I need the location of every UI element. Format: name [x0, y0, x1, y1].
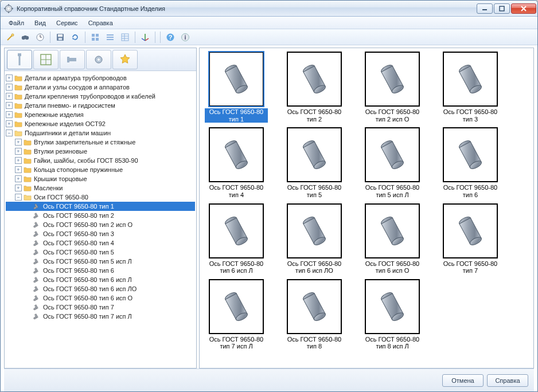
- expand-icon[interactable]: [24, 249, 31, 256]
- thumbnail-item[interactable]: Ось ГОСТ 9650-80 тип 8: [282, 279, 346, 350]
- expand-icon[interactable]: [24, 285, 31, 292]
- tab-favorites[interactable]: [112, 50, 138, 69]
- thumbnail-item[interactable]: Ось ГОСТ 9650-80 тип 2: [282, 52, 346, 123]
- close-button[interactable]: [511, 3, 536, 14]
- menu-сервис[interactable]: Сервис: [52, 18, 83, 28]
- thumbnail-item[interactable]: Ось ГОСТ 9650-80 тип 8 исп Л: [360, 279, 424, 350]
- minimize-button[interactable]: [477, 3, 493, 14]
- tree-item[interactable]: Ось ГОСТ 9650-80 тип 1: [6, 202, 195, 211]
- tree-item[interactable]: +Крепежные изделия: [6, 110, 195, 119]
- expand-icon[interactable]: +: [6, 102, 13, 109]
- save-icon[interactable]: [53, 30, 68, 44]
- menu-справка[interactable]: Справка: [84, 18, 118, 28]
- thumbnail-item[interactable]: Ось ГОСТ 9650-80 тип 6 исп ЛО: [282, 203, 346, 275]
- tree-item-label: Ось ГОСТ 9650-80 тип 6 исп Л: [43, 276, 132, 283]
- tree-item[interactable]: +Втулки закрепительные и стяжные: [6, 138, 195, 147]
- thumbnail-item[interactable]: Ось ГОСТ 9650-80 тип 4: [204, 127, 268, 198]
- thumbnail-item[interactable]: Ось ГОСТ 9650-80 тип 3: [438, 52, 502, 123]
- expand-icon[interactable]: [24, 267, 31, 274]
- expand-icon[interactable]: +: [15, 157, 22, 164]
- tree-item[interactable]: +Детали и арматура трубопроводов: [6, 73, 195, 83]
- tree-item[interactable]: +Крепежные изделия ОСТ92: [6, 119, 195, 128]
- expand-icon[interactable]: +: [6, 120, 13, 127]
- tree-item[interactable]: Ось ГОСТ 9650-80 тип 4: [6, 238, 195, 248]
- menu-вид[interactable]: Вид: [30, 18, 50, 28]
- tree-item[interactable]: Ось ГОСТ 9650-80 тип 5: [6, 248, 195, 257]
- expand-icon[interactable]: [24, 221, 31, 228]
- expand-icon[interactable]: +: [6, 111, 13, 118]
- wand-icon[interactable]: [3, 30, 18, 44]
- maximize-button[interactable]: [494, 3, 510, 14]
- info-icon[interactable]: i: [178, 30, 193, 44]
- thumbnail-item[interactable]: Ось ГОСТ 9650-80 тип 5: [282, 127, 346, 198]
- menu-файл[interactable]: Файл: [4, 18, 29, 28]
- expand-icon[interactable]: +: [6, 75, 13, 81]
- tree-item[interactable]: Ось ГОСТ 9650-80 тип 5 исп Л: [6, 257, 195, 266]
- tree-item[interactable]: +Кольца стопорные пружинные: [6, 165, 195, 174]
- expand-icon[interactable]: +: [15, 185, 22, 191]
- tree-item[interactable]: Ось ГОСТ 9650-80 тип 2: [6, 211, 195, 220]
- tree-item[interactable]: Ось ГОСТ 9650-80 тип 7: [6, 303, 195, 312]
- thumbnail-item[interactable]: Ось ГОСТ 9650-80 тип 6 исп О: [360, 203, 424, 275]
- expand-icon[interactable]: −: [6, 130, 13, 136]
- expand-icon[interactable]: +: [6, 84, 13, 91]
- expand-icon[interactable]: [24, 258, 31, 265]
- tree-item[interactable]: Ось ГОСТ 9650-80 тип 6: [6, 266, 195, 275]
- expand-icon[interactable]: +: [15, 148, 22, 155]
- expand-icon[interactable]: +: [15, 139, 22, 146]
- expand-icon[interactable]: [24, 313, 31, 320]
- tree-item[interactable]: Ось ГОСТ 9650-80 тип 7 исп Л: [6, 312, 195, 321]
- expand-icon[interactable]: [24, 203, 31, 210]
- tree-item[interactable]: +Крышки торцовые: [6, 174, 195, 183]
- titlebar[interactable]: Корпоративный справочник Стандартные Изд…: [1, 1, 537, 17]
- tab-bolt-side[interactable]: [60, 50, 85, 69]
- thumbnail-image: [443, 203, 498, 258]
- thumbnail-pane[interactable]: Ось ГОСТ 9650-80 тип 1Ось ГОСТ 9650-80 т…: [199, 48, 534, 369]
- tree-item[interactable]: Ось ГОСТ 9650-80 тип 6 исп ЛО: [6, 284, 195, 293]
- tree-item[interactable]: Ось ГОСТ 9650-80 тип 2 исп О: [6, 220, 195, 229]
- expand-icon[interactable]: [24, 304, 31, 311]
- help-icon[interactable]: ?: [163, 30, 178, 44]
- clock-icon[interactable]: [33, 30, 48, 44]
- thumbnail-item[interactable]: Ось ГОСТ 9650-80 тип 7 исп Л: [204, 279, 268, 350]
- thumbnail-item[interactable]: Ось ГОСТ 9650-80 тип 2 исп О: [360, 52, 424, 123]
- tree-view[interactable]: +Детали и арматура трубопроводов+Детали …: [5, 71, 196, 368]
- tab-bolt[interactable]: [7, 50, 32, 69]
- tree-item[interactable]: Ось ГОСТ 9650-80 тип 6 исп О: [6, 293, 195, 303]
- expand-icon[interactable]: −: [15, 194, 22, 201]
- thumbnail-item[interactable]: Ось ГОСТ 9650-80 тип 6 исп Л: [204, 203, 268, 275]
- thumbnail-item[interactable]: Ось ГОСТ 9650-80 тип 1: [204, 52, 268, 123]
- tree-item[interactable]: +Втулки резиновые: [6, 147, 195, 156]
- expand-icon[interactable]: [24, 276, 31, 283]
- expand-icon[interactable]: +: [15, 166, 22, 173]
- view-large-icons-icon[interactable]: [88, 30, 103, 44]
- cancel-button[interactable]: Отмена: [442, 374, 484, 387]
- thumbnail-item[interactable]: Ось ГОСТ 9650-80 тип 6: [438, 127, 502, 198]
- tree-item[interactable]: Ось ГОСТ 9650-80 тип 3: [6, 229, 195, 238]
- tree-item-label: Детали и узлы сосудов и аппаратов: [25, 84, 130, 91]
- help-button[interactable]: Справка: [487, 374, 528, 387]
- expand-icon[interactable]: [24, 230, 31, 237]
- tree-item[interactable]: +Детали и узлы сосудов и аппаратов: [6, 83, 195, 92]
- view-list-icon[interactable]: [103, 30, 118, 44]
- binoculars-icon[interactable]: [18, 30, 33, 44]
- tree-item[interactable]: −Оси ГОСТ 9650-80: [6, 193, 195, 202]
- expand-icon[interactable]: [24, 240, 31, 246]
- expand-icon[interactable]: [24, 295, 31, 301]
- refresh-icon[interactable]: [68, 30, 83, 44]
- tree-item[interactable]: −Подшипники и детали машин: [6, 128, 195, 138]
- expand-icon[interactable]: +: [15, 175, 22, 182]
- expand-icon[interactable]: [24, 212, 31, 219]
- tree-item[interactable]: +Детали пневмо- и гидросистем: [6, 101, 195, 110]
- tree-item[interactable]: +Гайки, шайбы, скобы ГОСТ 8530-90: [6, 156, 195, 165]
- view-details-icon[interactable]: [118, 30, 132, 44]
- tree-item[interactable]: +Масленки: [6, 183, 195, 193]
- axes-icon[interactable]: [138, 30, 153, 44]
- tab-grid[interactable]: [33, 50, 59, 69]
- tree-item[interactable]: Ось ГОСТ 9650-80 тип 6 исп Л: [6, 275, 195, 284]
- thumbnail-item[interactable]: Ось ГОСТ 9650-80 тип 5 исп Л: [360, 127, 424, 198]
- expand-icon[interactable]: +: [6, 93, 13, 100]
- thumbnail-item[interactable]: Ось ГОСТ 9650-80 тип 7: [438, 203, 502, 275]
- tab-gear[interactable]: [86, 50, 111, 69]
- tree-item[interactable]: +Детали крепления трубопроводов и кабеле…: [6, 92, 195, 101]
